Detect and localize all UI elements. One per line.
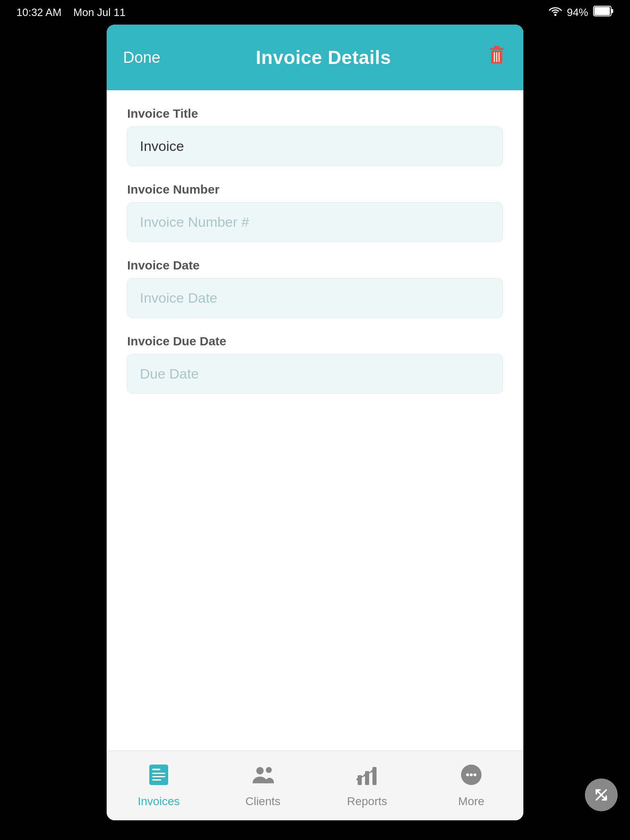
invoices-icon: [148, 764, 170, 791]
svg-rect-4: [494, 46, 499, 49]
invoice-due-date-group: Invoice Due Date: [127, 334, 503, 394]
svg-point-21: [371, 770, 374, 772]
invoice-title-input[interactable]: [127, 126, 503, 166]
delete-button[interactable]: [486, 45, 507, 70]
nav-item-invoices[interactable]: Invoices: [122, 764, 196, 808]
status-bar: 10:32 AM Mon Jul 11 94%: [0, 0, 630, 25]
status-date: Mon Jul 11: [73, 6, 126, 18]
svg-rect-9: [149, 765, 168, 785]
svg-point-24: [470, 773, 473, 776]
svg-rect-18: [372, 767, 377, 785]
svg-rect-11: [152, 773, 165, 774]
status-indicators: 94%: [549, 6, 614, 19]
done-button[interactable]: Done: [123, 49, 160, 66]
nav-item-clients[interactable]: Clients: [226, 764, 300, 808]
invoice-number-group: Invoice Number: [127, 183, 503, 242]
invoice-date-group: Invoice Date: [127, 258, 503, 318]
form-content: Invoice Title Invoice Number Invoice Dat…: [107, 90, 523, 751]
svg-point-14: [256, 767, 264, 774]
nav-label-reports: Reports: [347, 795, 387, 808]
svg-rect-13: [152, 779, 161, 781]
more-icon: [460, 764, 482, 791]
bottom-nav: Invoices Clients: [107, 751, 523, 820]
page-title: Invoice Details: [256, 46, 391, 68]
invoice-title-label: Invoice Title: [127, 107, 503, 121]
invoice-number-label: Invoice Number: [127, 183, 503, 196]
invoice-number-input[interactable]: [127, 202, 503, 242]
nav-item-reports[interactable]: Reports: [330, 764, 404, 808]
nav-label-clients: Clients: [245, 795, 281, 808]
wifi-icon: [549, 6, 562, 19]
invoice-due-date-label: Invoice Due Date: [127, 334, 503, 348]
svg-rect-1: [611, 9, 613, 13]
battery-percentage: 94%: [567, 6, 588, 19]
svg-rect-10: [152, 769, 160, 770]
svg-point-20: [364, 774, 366, 776]
status-time: 10:32 AM: [16, 6, 62, 18]
corner-collapse-button[interactable]: [585, 778, 618, 811]
nav-label-invoices: Invoices: [138, 795, 180, 808]
header: Done Invoice Details: [107, 25, 523, 90]
invoice-date-label: Invoice Date: [127, 258, 503, 272]
nav-label-more: More: [458, 795, 484, 808]
app-container: Done Invoice Details Invoice Title: [107, 25, 523, 820]
svg-point-25: [474, 773, 477, 776]
status-time-date: 10:32 AM Mon Jul 11: [16, 6, 126, 19]
nav-item-more[interactable]: More: [434, 764, 508, 808]
svg-rect-12: [152, 776, 165, 777]
svg-rect-2: [594, 7, 610, 15]
svg-point-23: [466, 773, 469, 776]
invoice-due-date-input[interactable]: [127, 354, 503, 394]
clients-icon: [252, 764, 274, 791]
invoice-date-input[interactable]: [127, 278, 503, 318]
svg-point-19: [356, 778, 359, 781]
invoice-title-group: Invoice Title: [127, 107, 503, 166]
battery-icon: [593, 6, 614, 19]
reports-icon: [356, 764, 378, 791]
svg-point-15: [266, 767, 272, 773]
